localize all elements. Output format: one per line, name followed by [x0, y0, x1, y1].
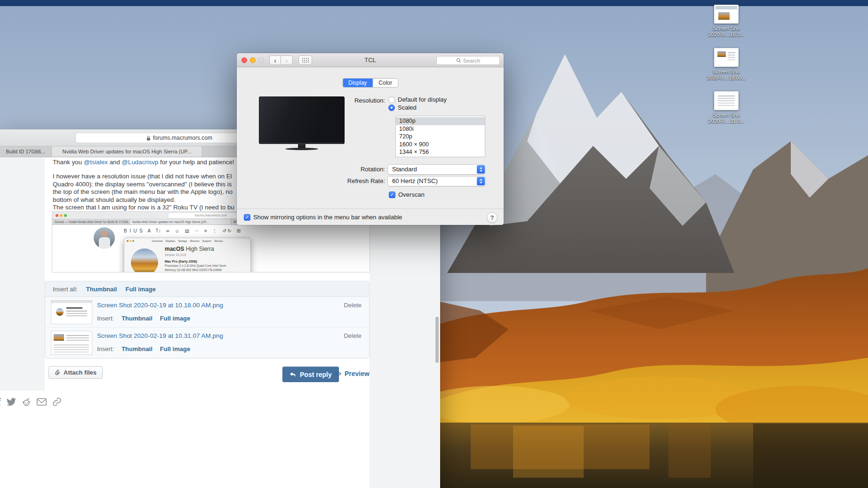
resolution-option-1600x900[interactable]: 1600 × 900	[396, 141, 485, 149]
insert-thumbnail-link[interactable]: Thumbnail	[121, 345, 153, 352]
desktop-icon-label: Screen Sho2020-0....18.00...	[700, 69, 752, 81]
attachments-panel: Insert all: Thumbnail Full image Screen …	[45, 281, 370, 359]
overscan-checkbox[interactable]: ✓ Overscan	[389, 191, 425, 198]
embed-editor-toolbar-icons: B I U S A T↕ ∞ ☺ ▤ ⋯ ≡ ⋮ ↺ ↻ ⊞	[124, 228, 241, 233]
mention-link[interactable]: @Ludacrisvp	[122, 159, 159, 166]
prefs-titlebar[interactable]: ‹ › TCL Search	[237, 53, 504, 67]
insert-full-image-link[interactable]: Full image	[160, 345, 190, 352]
embed-zoom-icon	[64, 214, 67, 217]
attachment-filename-link[interactable]: Screen Shot 2020-02-19 at 10.18.00 AM.pn…	[97, 302, 223, 309]
desktop-icon-screenshot-1[interactable]: Screen Sho2020-0....16.3...	[700, 5, 752, 38]
preview-button[interactable]: Preview	[333, 370, 370, 377]
browser-tab-nvidia-thread[interactable]: Nvidia Web Driver updates for macOS High…	[52, 146, 202, 157]
mention-link[interactable]: @tsialex	[84, 159, 108, 166]
attach-files-button[interactable]: Attach files	[48, 366, 103, 379]
email-share-icon[interactable]	[37, 398, 47, 406]
screenshot-file-thumbnail[interactable]	[714, 48, 739, 67]
desktop-icon-label: Screen Sho2020-0....31.0...	[700, 112, 752, 124]
embed-avatar	[94, 227, 115, 248]
radio-scaled[interactable]: Scaled	[388, 104, 417, 111]
refresh-rate-dropdown[interactable]: 60 Hertz (NTSC)	[387, 176, 486, 186]
embed-close-icon	[56, 214, 58, 217]
embed-tab: Nvidia Web Driver updates for macOS High…	[130, 219, 231, 224]
attachment-row-1: Screen Shot 2020-02-19 at 10.18.00 AM.pn…	[45, 297, 369, 328]
search-icon	[456, 58, 461, 63]
twitter-share-icon[interactable]	[7, 397, 16, 407]
resolution-list: 1080p 1080i 720p 1600 × 900 1344 × 756	[395, 116, 485, 157]
refresh-rate-label: Refresh Rate:	[314, 177, 385, 184]
reddit-share-icon[interactable]	[22, 397, 31, 407]
tab-color[interactable]: Color	[373, 79, 398, 87]
insert-full-image-link[interactable]: Full image	[160, 315, 190, 322]
browser-tab-build-id[interactable]: Build ID 17G66...	[0, 146, 52, 157]
screenshot-file-thumbnail[interactable]	[714, 91, 739, 110]
radio-selected-icon	[388, 104, 395, 111]
desktop-icon-screenshot-2[interactable]: Screen Sho2020-0....18.00...	[700, 48, 752, 81]
facebook-share-icon[interactable]: f	[0, 397, 1, 407]
checkbox-checked-icon: ✓	[389, 192, 395, 198]
prefs-body: Display Color Resolution: Default for di…	[237, 67, 504, 225]
delete-link[interactable]: Delete	[344, 302, 362, 309]
attachment-thumbnail-1[interactable]	[51, 300, 92, 324]
mirroring-checkbox[interactable]: ✓ Show mirroring options in the menu bar…	[244, 214, 402, 221]
desktop: Screen Sho2020-0....16.3... Screen Sho20…	[0, 0, 868, 488]
tab-display[interactable]: Display	[343, 79, 373, 87]
share-icons: f	[0, 397, 62, 407]
insert-all-full-image-link[interactable]: Full image	[125, 286, 155, 293]
resolution-option-1344x756[interactable]: 1344 × 756	[396, 148, 485, 156]
about-mac-info: macOS High Sierra Version 10.13.6 Mac Pr…	[165, 246, 226, 272]
help-button[interactable]: ?	[487, 212, 498, 223]
search-field[interactable]: Search	[436, 56, 500, 65]
delete-link[interactable]: Delete	[344, 332, 362, 339]
insert-all-label: Insert all:	[53, 286, 78, 293]
insert-all-row: Insert all: Thumbnail Full image	[45, 281, 369, 297]
embed-about-this-mac-window: Overview Displays Storage Memory Support…	[124, 238, 251, 272]
insert-label: Insert:	[97, 315, 114, 322]
insert-thumbnail-link[interactable]: Thumbnail	[121, 315, 153, 322]
checkbox-checked-icon: ✓	[244, 214, 250, 221]
post-reply-button[interactable]: Post reply	[282, 367, 339, 382]
eye-icon	[333, 371, 341, 376]
post-text: Thank you @tsialex and @Ludacrisvp for y…	[53, 159, 234, 219]
embed-page-body: B I U S A T↕ ∞ ☺ ▤ ⋯ ≡ ⋮ ↺ ↻ ⊞ Overview …	[52, 225, 370, 272]
insert-all-thumbnail-link[interactable]: Thumbnail	[86, 286, 117, 293]
divider	[237, 208, 504, 209]
resolution-label: Resolution:	[314, 97, 385, 104]
rotation-dropdown[interactable]: Standard	[387, 164, 486, 175]
post-thanks-line: Thank you @tsialex and @Ludacrisvp for y…	[53, 159, 234, 166]
search-placeholder: Search	[463, 58, 480, 64]
screenshot-file-thumbnail[interactable]	[714, 5, 739, 24]
scrollbar[interactable]	[435, 317, 439, 363]
radio-default-for-display[interactable]: Default for display	[388, 96, 447, 103]
reply-arrow-icon	[289, 372, 296, 377]
about-tabs: Overview Displays Storage Memory Support…	[124, 240, 250, 242]
desktop-icons: Screen Sho2020-0....16.3... Screen Sho20…	[700, 5, 752, 135]
dropdown-arrows-icon	[477, 165, 485, 174]
resolution-option-720p[interactable]: 720p	[396, 133, 485, 141]
attachment-row-2: Screen Shot 2020-02-19 at 10.31.07 AM.pn…	[45, 328, 369, 358]
attachment-thumbnail-2[interactable]	[51, 331, 92, 355]
attachment-filename-link[interactable]: Screen Shot 2020-02-19 at 10.31.07 AM.pn…	[97, 332, 223, 339]
display-color-tabs: Display Color	[342, 78, 398, 88]
embed-tab: Solved — Install Nvidia Web Driver for B…	[52, 219, 130, 224]
resolution-option-1080i[interactable]: 1080i	[396, 125, 485, 133]
embed-minimize-icon	[60, 214, 63, 217]
address-text: forums.macrumors.com	[153, 135, 212, 141]
insert-label: Insert:	[97, 345, 114, 352]
high-sierra-logo	[131, 248, 158, 272]
radio-unselected-icon	[388, 96, 395, 103]
link-share-icon[interactable]	[52, 397, 62, 407]
resolution-option-1080p[interactable]: 1080p	[396, 117, 485, 125]
tv-preview-image	[259, 96, 345, 153]
paperclip-icon	[55, 369, 60, 376]
rotation-label: Rotation:	[314, 166, 385, 173]
dropdown-arrows-icon	[477, 177, 485, 185]
display-preferences-window: ‹ › TCL Search Display	[237, 53, 504, 225]
desktop-icon-label: Screen Sho2020-0....16.3...	[700, 25, 752, 38]
lock-icon	[146, 136, 151, 141]
desktop-icon-screenshot-3[interactable]: Screen Sho2020-0....31.0...	[700, 91, 752, 124]
